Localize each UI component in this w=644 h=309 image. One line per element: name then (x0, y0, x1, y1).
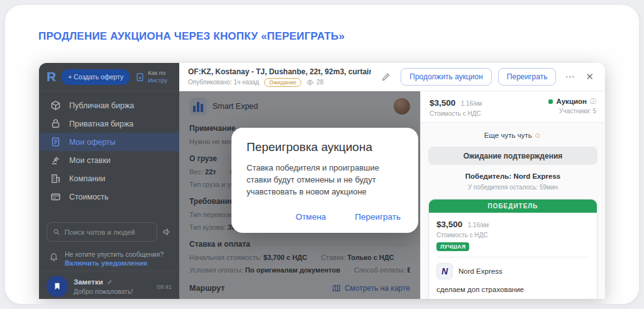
continue-auction-button[interactable]: Продолжить аукцион (401, 68, 492, 86)
lock-icon (50, 118, 61, 129)
notification-prompt: Не хотите упустить сообщения? Включить у… (39, 242, 179, 271)
modal-body-text: Ставка победителя и проигравшие ставки б… (247, 162, 403, 198)
enable-notifications-link[interactable]: Включить уведомления (65, 259, 164, 267)
published-label: Опубликовано: 1ч назад (188, 79, 259, 86)
more-menu-icon[interactable]: ⋯ (562, 71, 577, 82)
pin-icon (106, 279, 113, 285)
price-per-km: 1.16/км (461, 100, 482, 107)
winner-price-per-km: 1.16/км (468, 222, 489, 228)
winner-time-left: У победителя осталось: 59мин (421, 184, 605, 191)
nav-label: Публичная биржа (69, 101, 134, 110)
sidebar-nav: Публичная биржа Приватная биржа Мои офер… (39, 91, 179, 206)
sidebar-item-my-offers[interactable]: Мои оферты (39, 133, 179, 151)
close-icon[interactable]: ✕ (583, 71, 596, 82)
nav-label: Мои оферты (69, 138, 116, 147)
replay-auction-modal: Переигровка аукциона Ставка победителя и… (231, 128, 418, 233)
card-icon (50, 191, 61, 202)
sidebar-item-private-exchange[interactable]: Приватная биржа (39, 115, 179, 133)
cube-icon (50, 100, 61, 111)
document-icon (50, 137, 61, 147)
edit-icon[interactable] (381, 72, 391, 82)
sidebar-item-pricing[interactable]: Стоимость (39, 188, 179, 206)
winner-company-name: Nord Express (458, 267, 502, 275)
auction-panel: $3,500 1.16/км Стоимость с НДС Аукцион ⓘ… (420, 91, 605, 299)
app-window: R + Создать оферту Как по Инстру Публичн… (39, 63, 605, 299)
modal-confirm-replay-button[interactable]: Переиграть (355, 212, 401, 222)
price-note: Стоимость с НДС (430, 110, 482, 117)
chat-message: Добро пожаловать! (74, 288, 151, 295)
bookmark-icon (53, 282, 62, 291)
almost-there-text: Еще чуть чуть (484, 132, 532, 139)
winner-card-header: ПОБЕДИТЕЛЬ (429, 199, 597, 213)
winner-card: ПОБЕДИТЕЛЬ $3,500 1.16/км Стоимость с НД… (428, 199, 597, 299)
participants-count: Участники: 5 (548, 108, 596, 115)
winner-price: $3,500 (436, 220, 462, 229)
bell-icon (49, 252, 58, 261)
status-badge: Ожидание (264, 78, 301, 87)
create-offer-button[interactable]: + Создать оферту (61, 69, 130, 85)
help-link[interactable]: Как по Инстру (135, 69, 167, 85)
app-logo: R (47, 69, 56, 84)
sidebar: R + Создать оферту Как по Инстру Публичн… (39, 63, 179, 299)
search-icon (53, 228, 60, 236)
framed-slide-card: ПРОДЛЕНИЕ АУКЦИОНА ЧЕРЕЗ КНОПКУ «ПЕРЕИГР… (5, 5, 639, 304)
building-icon (50, 173, 61, 184)
chat-name: Заметки (74, 278, 103, 286)
nav-label: Компании (69, 174, 105, 183)
replay-auction-button[interactable]: Переиграть (498, 68, 557, 86)
modal-cancel-button[interactable]: Отмена (296, 212, 326, 222)
search-input[interactable] (64, 228, 151, 236)
help-line2: Инстру (148, 77, 167, 84)
nav-label: Стоимость (69, 193, 109, 201)
speaker-icon[interactable] (162, 227, 172, 237)
smile-emoji: ☺ (534, 131, 541, 140)
winner-price-note: Стоимость с НДС (436, 232, 589, 239)
eye-icon (306, 79, 314, 86)
sidebar-item-companies[interactable]: Компании (39, 169, 179, 188)
sidebar-item-public-exchange[interactable]: Публичная биржа (39, 96, 179, 115)
slide-heading: ПРОДЛЕНИЕ АУКЦИОНА ЧЕРЕЗ КНОПКУ «ПЕРЕИГР… (38, 30, 345, 43)
notification-question: Не хотите упустить сообщения? (65, 250, 164, 258)
notes-avatar (47, 276, 68, 297)
best-bid-badge: ЛУЧШАЯ (436, 242, 469, 251)
nav-label: Мои ставки (69, 156, 111, 165)
help-line1: Как по (148, 69, 167, 77)
nav-label: Приватная биржа (69, 120, 133, 128)
winner-line: Победитель: Nord Express (421, 172, 605, 180)
offer-topbar: OF:KZ, Kostanay - TJ, Dushanbe, 22t, 92m… (179, 63, 605, 91)
offer-detail-panel: Smart Exped Примечание Нужно не мен О гр… (179, 91, 420, 299)
auction-type-label: Аукцион (556, 98, 587, 105)
gavel-icon (50, 155, 61, 166)
modal-title: Переигровка аукциона (247, 140, 403, 154)
sidebar-item-my-bids[interactable]: Мои ставки (39, 151, 179, 169)
chat-time: 09:41 (157, 283, 172, 290)
auction-price: $3,500 (430, 98, 455, 108)
nord-express-logo: N (436, 263, 453, 279)
offer-title: OF:KZ, Kostanay - TJ, Dushanbe, 22t, 92m… (188, 67, 371, 76)
info-icon[interactable]: ⓘ (590, 97, 596, 106)
chat-search[interactable] (47, 222, 157, 242)
winner-comment: сделаем доп страхование (436, 286, 589, 293)
help-doc-icon (135, 72, 145, 82)
auction-status-dot (548, 99, 553, 104)
sidebar-top: R + Создать оферту Как по Инстру (39, 63, 179, 91)
views-count: 28 (316, 79, 323, 86)
chat-item-notes[interactable]: Заметки Добро пожаловать! 09:41 (39, 271, 179, 299)
waiting-confirmation-bar: Ожидание подтверждения (428, 147, 597, 165)
